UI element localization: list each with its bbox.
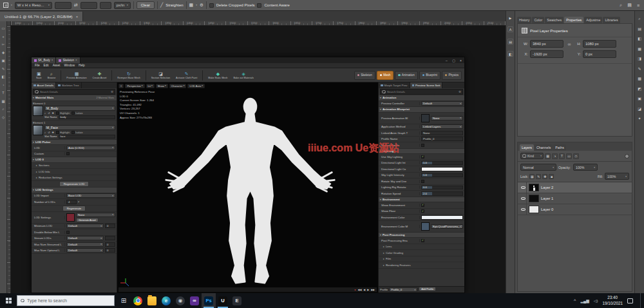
material-dropdown[interactable]: M_Face▾ — [44, 125, 115, 130]
toolbar-browse[interactable]: ⌕Browse — [46, 69, 58, 82]
y-field[interactable]: 0 px — [583, 50, 616, 58]
close-icon[interactable]: × — [457, 57, 464, 63]
layer-thumbnail[interactable] — [529, 206, 539, 213]
section-lod-0[interactable]: ▾LOD 0 — [32, 157, 117, 163]
slot-name-field[interactable]: body — [59, 115, 115, 119]
filter-adjustment-icon[interactable]: ◑ — [552, 153, 558, 159]
value-field[interactable] — [105, 236, 115, 240]
mode-animation[interactable]: Animation — [395, 71, 418, 80]
gear-icon[interactable]: ⚙ — [459, 90, 461, 93]
delete-cropped-pixels-checkbox[interactable] — [209, 3, 214, 8]
material-action-icon[interactable]: ⌕ — [44, 131, 46, 134]
panel-tab-adjustme[interactable]: Adjustme — [584, 17, 602, 23]
menu-icon[interactable]: ≡ — [636, 3, 641, 8]
menu-help[interactable]: Help — [79, 64, 85, 67]
close-icon[interactable]: × — [52, 59, 53, 62]
asset-dropdown[interactable]: EpicQuadPanorama_C▾ — [431, 224, 463, 229]
expand-lens[interactable]: ▸Lens — [379, 244, 464, 251]
material-action-icon[interactable]: ✚ — [52, 111, 54, 115]
taskbar-chrome[interactable] — [131, 293, 145, 308]
tool-icon[interactable]: ▦ — [1, 99, 5, 103]
visibility-toggle[interactable] — [520, 193, 527, 204]
canvas[interactable]: SK_Body×Skeleton× – ▢ × FileEditAssetWin… — [11, 26, 506, 293]
checkbox[interactable] — [71, 131, 75, 134]
checkbox[interactable] — [421, 144, 424, 147]
spin-value[interactable]: 4 — [66, 200, 77, 204]
overlay-options-icon[interactable]: ▦ — [189, 3, 194, 8]
vertical-ruler[interactable] — [7, 26, 11, 293]
crop-height-input[interactable] — [80, 2, 97, 9]
taskbar-clock[interactable]: 23:40 19/10/2021 — [602, 295, 623, 306]
menu-window[interactable]: Window — [64, 64, 75, 67]
resolution-unit-dropdown[interactable]: px/in▾ — [114, 2, 131, 9]
close-icon[interactable]: × — [75, 59, 77, 62]
slot-name-field[interactable]: face — [59, 135, 115, 139]
lock-pixels-icon[interactable]: ✎ — [536, 174, 541, 179]
tool-icon[interactable]: ▭ — [1, 26, 5, 30]
menu-asset[interactable]: Asset — [53, 64, 61, 67]
add-profile-button[interactable]: Add Profile — [419, 287, 436, 291]
expand-rendering-features[interactable]: ▸Rendering Features — [379, 262, 464, 269]
toolbar-reimport-base-mesh[interactable]: ↻Reimport Base Mesh — [115, 69, 142, 82]
panel-dock-icon[interactable]: ◩ — [638, 87, 641, 91]
filter-shape-icon[interactable]: ▭ — [566, 153, 572, 159]
asset-dropdown[interactable]: None▾ — [431, 116, 463, 120]
spinner-icons[interactable]: ▴▾ — [78, 200, 79, 203]
section-environment[interactable]: ▾Environment — [379, 197, 464, 203]
checkbox[interactable] — [71, 111, 75, 115]
paragraph-panel-icon[interactable]: ▤ — [507, 39, 513, 44]
asset-thumbnail[interactable] — [421, 222, 430, 231]
asset-thumbnail[interactable] — [66, 213, 75, 222]
toolbar-preview-animation[interactable]: ▦Preview Animation — [64, 69, 88, 82]
field-linked-anim-graph-t[interactable]: None — [421, 131, 463, 135]
material-dropdown[interactable]: M_Body▾ — [44, 106, 115, 111]
checkbox[interactable]: ✓ — [421, 204, 424, 207]
show-desktop-button[interactable] — [640, 293, 642, 308]
tool-icon[interactable]: ✂ — [2, 43, 5, 46]
toolbar-save[interactable]: ▣Save — [34, 69, 44, 82]
width-field[interactable]: 3840 px — [530, 40, 564, 48]
checkbox[interactable] — [56, 111, 59, 115]
value-field[interactable]: 0 — [105, 242, 115, 247]
viewport-perspective[interactable]: Perspective▾ — [125, 84, 144, 88]
asset-thumbnail[interactable] — [421, 114, 430, 122]
checkbox[interactable]: ✓ — [421, 155, 424, 159]
filter-pixel-icon[interactable]: ▦ — [545, 153, 551, 159]
clear-button[interactable]: Clear — [137, 1, 155, 9]
filter-kind-dropdown[interactable]: Kind▾ — [520, 153, 544, 159]
horizontal-ruler[interactable]: 1000105011001150120012501300135014001450… — [11, 21, 506, 26]
field-profile-name[interactable]: Profile_0 — [421, 137, 463, 141]
crop-width-input[interactable] — [55, 2, 71, 9]
toolbar-section-selection[interactable]: ◪Section Selection — [149, 69, 172, 82]
glyphs-panel-icon[interactable]: ◧ — [507, 51, 513, 57]
button-generate-asset[interactable]: Generate Asset — [76, 218, 99, 222]
tab-skeleton-tree[interactable]: Skeleton Tree — [56, 82, 82, 88]
maximize-icon[interactable]: ▢ — [450, 57, 457, 63]
panel-tab-properties[interactable]: Properties — [564, 17, 583, 23]
material-thumbnail[interactable] — [33, 106, 43, 116]
skip-start-icon[interactable]: ◀◀ — [357, 288, 361, 291]
taskbar-explorer[interactable] — [145, 293, 159, 308]
panel-dock-icon[interactable]: ✎ — [638, 67, 641, 72]
toolbar-make-static-mesh[interactable]: ◆Make Static Mesh — [206, 69, 229, 82]
tool-icon[interactable]: ✚ — [2, 51, 5, 55]
tray-overflow-icon[interactable]: ^ — [574, 298, 576, 303]
expand-film[interactable]: ▸Film — [379, 256, 464, 263]
material-action-icon[interactable]: ↺ — [48, 131, 50, 134]
menu-edit[interactable]: Edit — [44, 64, 49, 67]
layers-tab-paths[interactable]: Paths — [553, 144, 566, 151]
visibility-toggle[interactable] — [520, 182, 527, 193]
slider-directional-light-int[interactable]: 1.0 — [421, 161, 463, 166]
dropdown-max-num-streamed-l[interactable]: Default▾ — [66, 242, 104, 247]
minimize-icon[interactable]: – — [443, 57, 450, 63]
viewport-lod-auto[interactable]: LOD Auto▾ — [187, 84, 205, 88]
viewport-menu-icon[interactable]: ≡ — [118, 84, 124, 88]
close-icon[interactable]: × — [76, 15, 79, 19]
tab-preview-scene-sett[interactable]: Preview Scene Sett — [410, 82, 443, 88]
crop-ratio-dropdown[interactable]: W x H x Reso...▾ — [15, 2, 52, 9]
taskbar-unreal[interactable]: U — [216, 293, 230, 308]
filter-smart-object-icon[interactable]: ◇ — [573, 153, 579, 159]
color-swatch[interactable] — [421, 167, 463, 171]
tool-icon[interactable]: ◔ — [2, 83, 4, 87]
expand-reduction-settings[interactable]: ▸Reduction Settings — [32, 175, 117, 182]
